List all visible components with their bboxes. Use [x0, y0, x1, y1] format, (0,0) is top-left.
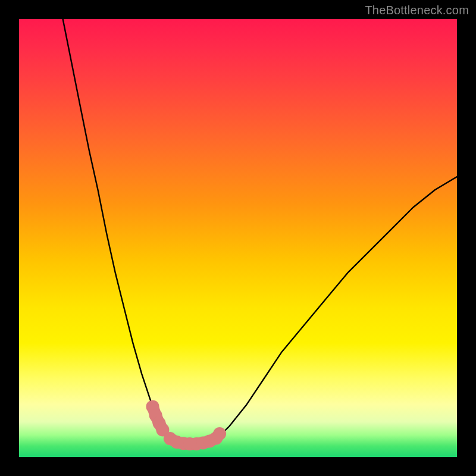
highlight-markers: [146, 400, 227, 450]
watermark-text: TheBottleneck.com: [365, 4, 469, 17]
bottleneck-curve: [63, 19, 457, 444]
chart-frame: TheBottleneck.com: [0, 0, 476, 476]
plot-area: [19, 19, 457, 457]
highlight-dot: [213, 427, 226, 440]
curve-layer: [19, 19, 457, 457]
